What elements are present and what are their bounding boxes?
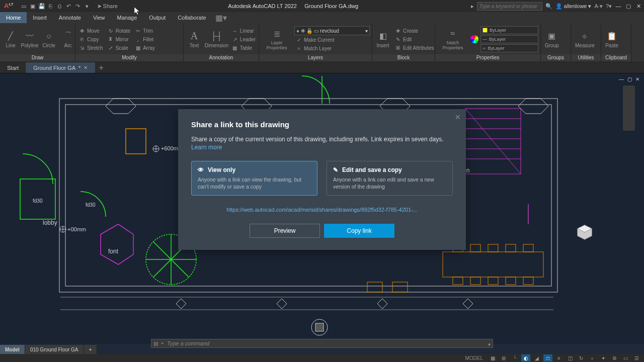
navigation-bar[interactable] (623, 85, 635, 131)
stretch-button[interactable]: ⇲Stretch (77, 44, 104, 52)
scale-button[interactable]: ⤢Scale (106, 44, 131, 52)
panel-groups-title[interactable]: Groups (541, 54, 571, 61)
tab-annotate[interactable]: Annotate (53, 12, 87, 23)
panel-layers-title[interactable]: Layers (259, 54, 372, 61)
circle-button[interactable]: ○Circle (40, 30, 57, 49)
layout-tab-sheet[interactable]: 010 Ground Floor GA (25, 345, 84, 354)
dialog-close-button[interactable]: ✕ (455, 113, 461, 121)
panel-draw-title[interactable]: Draw (0, 54, 75, 61)
saveas-icon[interactable]: ⎘ (47, 2, 55, 10)
match-layer-button[interactable]: ≈Match Layer (294, 44, 370, 52)
tab-insert[interactable]: Insert (27, 12, 53, 23)
make-current-button[interactable]: ✓Make Current (294, 36, 370, 44)
apps-button[interactable]: ▦▾ (215, 12, 227, 23)
grid-toggle[interactable]: ▦ (488, 354, 497, 361)
close-button[interactable]: ✕ (635, 3, 642, 10)
rotate-button[interactable]: ↻Rotate (106, 27, 131, 35)
line-button[interactable]: ╱Line (2, 30, 19, 49)
app-switcher-icon[interactable]: A·▾ (594, 3, 602, 10)
share-button[interactable]: ➤ Share (97, 3, 118, 10)
minimize-button[interactable]: — (615, 3, 622, 10)
osnap-toggle[interactable]: □ (543, 354, 552, 361)
customization[interactable]: ☰ (632, 354, 641, 361)
close-tab-icon[interactable]: ✕ (84, 65, 88, 70)
search-icon[interactable]: 🔍 (545, 3, 552, 10)
arc-button[interactable]: ⌒Arc (59, 30, 76, 49)
move-button[interactable]: ✥Move (77, 27, 104, 35)
leader-button[interactable]: ↗Leader (230, 35, 257, 43)
cycling-toggle[interactable]: ↻ (577, 354, 586, 361)
linetype-selector[interactable]: ═ByLayer (480, 44, 538, 52)
open-icon[interactable]: ▣ (29, 2, 37, 10)
table-button[interactable]: ▦Table (230, 44, 257, 52)
user-menu[interactable]: 👤 allenlowe ▾ (555, 3, 592, 10)
panel-properties-title[interactable]: Properties (435, 54, 540, 61)
fillet-button[interactable]: ◞Fillet (133, 35, 156, 43)
block-edit-button[interactable]: ✎Edit (393, 35, 435, 43)
mirror-button[interactable]: ⧗Mirror (106, 35, 131, 43)
gear-icon[interactable]: ⚙ (610, 354, 619, 361)
panel-utilities-title[interactable]: Utilities (571, 54, 601, 61)
new-tab-button[interactable]: + (95, 62, 107, 73)
ortho-toggle[interactable]: └ (510, 354, 519, 361)
file-tab-start[interactable]: Start (0, 62, 26, 73)
preview-button[interactable]: Preview (250, 224, 320, 238)
workspace-switch[interactable]: ✦ (599, 354, 608, 361)
command-recent-icon[interactable]: ▴ (488, 341, 491, 346)
redo-icon[interactable]: ↷ (74, 2, 82, 10)
lineweight-toggle[interactable]: ≡ (554, 354, 564, 361)
clean-screen[interactable]: ▭ (621, 354, 630, 361)
command-line[interactable]: ▤ ⌖ Type a command ▴ (151, 339, 493, 348)
command-history-icon[interactable]: ▤ (153, 341, 158, 346)
lineweight-selector[interactable]: —ByLayer (480, 35, 538, 43)
paste-button[interactable]: 📋Paste (603, 30, 620, 49)
block-create-button[interactable]: ✚Create (393, 27, 435, 35)
search-input[interactable] (477, 2, 542, 11)
isodraft-toggle[interactable]: ◢ (532, 354, 541, 361)
trim-button[interactable]: ✂Trim (133, 27, 156, 35)
layer-properties-button[interactable]: ≣Layer Properties (261, 27, 292, 51)
option-view-only[interactable]: 👁View only Anyone with a link can view t… (191, 161, 317, 196)
tab-collaborate[interactable]: Collaborate (172, 12, 212, 23)
maximize-button[interactable]: ▢ (625, 3, 632, 10)
measure-button[interactable]: ⟐Measure (573, 30, 597, 49)
color-selector[interactable]: ByLayer (480, 26, 538, 34)
copy-link-button[interactable]: Copy link (324, 224, 394, 238)
qat-dropdown-icon[interactable]: ▾ (83, 2, 91, 10)
panel-block-title[interactable]: Block (372, 54, 435, 61)
polyline-button[interactable]: 〰Polyline (21, 30, 38, 49)
layer-selector[interactable]: ●❄🔓▭ revcloud ▾ (294, 26, 370, 35)
panel-clipboard-title[interactable]: Clipboard (601, 54, 631, 61)
learn-more-link[interactable]: Learn more (191, 144, 453, 151)
view-cube[interactable] (576, 223, 594, 241)
inner-minimize[interactable]: — (618, 75, 625, 82)
option-edit-copy[interactable]: ✎Edit and save a copy Anyone with a link… (327, 161, 453, 196)
polar-toggle[interactable]: ◐ (521, 354, 530, 361)
panel-modify-title[interactable]: Modify (75, 54, 183, 61)
status-model-label[interactable]: MODEL (465, 355, 483, 361)
panel-annotation-title[interactable]: Annotation (184, 54, 259, 61)
save-icon[interactable]: 💾 (38, 2, 46, 10)
edit-attributes-button[interactable]: ⌘Edit Attributes (393, 44, 435, 52)
tab-output[interactable]: Output (143, 12, 172, 23)
snap-toggle[interactable]: ⊞ (499, 354, 508, 361)
copy-button[interactable]: ⎘Copy (77, 35, 104, 43)
inner-maximize[interactable]: ▢ (626, 75, 633, 82)
file-tab-ground-floor[interactable]: Ground Floor GA*✕ (26, 62, 95, 73)
array-button[interactable]: ▦Array (133, 44, 156, 52)
share-url[interactable]: https://web.autocad.com/acad/me/sid/shar… (191, 207, 453, 213)
command-input[interactable]: Type a command (167, 340, 485, 346)
tab-home[interactable]: Home (0, 12, 27, 23)
transparency-toggle[interactable]: ◫ (566, 354, 575, 361)
tab-view[interactable]: View (87, 12, 111, 23)
arrow-icon[interactable]: ▸ (471, 3, 474, 10)
color-wheel-icon[interactable] (470, 35, 478, 43)
help-icon[interactable]: ?▾ (606, 3, 612, 10)
plot-icon[interactable]: ⎙ (56, 2, 64, 10)
new-icon[interactable]: ▭ (20, 2, 28, 10)
linear-button[interactable]: ↔Linear (230, 27, 257, 35)
layout-tab-add[interactable]: + (84, 345, 98, 354)
layout-tab-model[interactable]: Model (0, 345, 25, 354)
text-button[interactable]: AText (186, 30, 203, 49)
insert-block-button[interactable]: ◧Insert (374, 30, 391, 49)
